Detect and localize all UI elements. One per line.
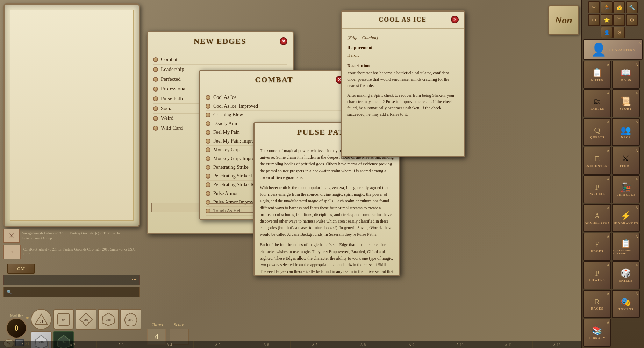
action-gear1[interactable]: ⚙ bbox=[588, 14, 600, 26]
sidebar-second-actions: ⚙ ⭐ 🛡 ⚙ bbox=[583, 14, 643, 26]
grid-a2: A-2 bbox=[49, 341, 97, 348]
edges-close-button[interactable]: ✕ bbox=[280, 37, 287, 45]
edge-bullet bbox=[153, 126, 158, 131]
character-sheet-inner bbox=[10, 10, 134, 221]
grid-a9: A-9 bbox=[387, 341, 436, 348]
edge-bullet bbox=[206, 156, 210, 161]
sidebar-item-tokens[interactable]: A 🎭 TOKENS bbox=[612, 290, 640, 318]
module-dots[interactable]: ••• bbox=[131, 277, 137, 283]
grid-a11: A-11 bbox=[484, 341, 533, 348]
dice-d4[interactable]: d4 bbox=[31, 309, 52, 330]
action-settings[interactable]: ⚙ bbox=[626, 14, 638, 26]
svg-text:d8: d8 bbox=[84, 318, 88, 322]
gm-button[interactable]: GM bbox=[7, 264, 35, 274]
edge-bullet bbox=[153, 77, 158, 82]
dice-d12[interactable]: d12 bbox=[120, 309, 141, 330]
grid-a1: A-1 bbox=[0, 341, 49, 348]
edge-bullet bbox=[206, 182, 210, 187]
dice-d10[interactable]: d10 bbox=[98, 309, 119, 330]
info-text-2: CoreRPG ruleset v3.2.1 for Fantasy Groun… bbox=[23, 247, 140, 257]
grid-a3: A-3 bbox=[97, 341, 145, 348]
edge-bullet bbox=[153, 106, 158, 111]
sidebar-item-library[interactable]: A 📚 LIBRARY bbox=[583, 319, 611, 347]
search-area bbox=[3, 287, 140, 297]
sidebar-item-parcels[interactable]: A P PARCELS bbox=[583, 175, 611, 203]
edge-bullet bbox=[153, 87, 158, 92]
sidebar-item-powers[interactable]: A P POWERS bbox=[583, 261, 611, 289]
corerpg-logo: FG bbox=[3, 245, 21, 259]
modifier-controls[interactable]: ⊕ bbox=[26, 316, 29, 320]
edge-item-combat[interactable]: Combat bbox=[153, 55, 287, 65]
grid-a5: A-5 bbox=[194, 341, 242, 348]
edge-bullet bbox=[206, 139, 210, 144]
cool-title-bar: Cool As Ice ✕ bbox=[342, 12, 464, 26]
action-tools[interactable]: 🔧 bbox=[626, 1, 638, 13]
svg-text:d10: d10 bbox=[106, 318, 111, 322]
sidebar-item-tables[interactable]: A 🗂 TABLES bbox=[583, 89, 611, 117]
combat-item-0[interactable]: Cool As Ice bbox=[206, 93, 343, 102]
edge-bullet bbox=[206, 174, 210, 179]
edges-title-bar: New Edges ✕ bbox=[148, 32, 293, 49]
sidebar-item-npcs[interactable]: A 👥 NPCS bbox=[612, 118, 640, 146]
svg-text:d6: d6 bbox=[62, 318, 65, 322]
sidebar-item-hindrances[interactable]: A ⚡ HINDRANCES bbox=[612, 204, 640, 232]
sidebar-item-edges[interactable]: A E EDGES bbox=[583, 233, 611, 261]
action-shield[interactable]: 🛡 bbox=[613, 14, 625, 26]
dice-d6[interactable]: d6 bbox=[53, 309, 74, 330]
action-person[interactable]: 👤 bbox=[601, 27, 613, 38]
sidebar-item-archetypes[interactable]: A A ARCHETYPES bbox=[583, 204, 611, 232]
sidebar-item-encounters[interactable]: A E ENCOUNTERS bbox=[583, 147, 611, 175]
info-panel: ⚔ Savage Worlds Deluxe v4.3.1 for Fantas… bbox=[3, 229, 140, 261]
cool-as-ice-window: Cool As Ice ✕ [Edge - Combat] Requiremen… bbox=[341, 10, 465, 157]
action-run[interactable]: 🏃 bbox=[601, 1, 613, 13]
sidebar-item-skills[interactable]: A 🎲 SKILLS bbox=[612, 261, 640, 289]
edge-bullet bbox=[206, 147, 210, 152]
combat-title-bar: Combat ✕ bbox=[200, 71, 349, 87]
dice-d8[interactable]: d8 bbox=[76, 309, 96, 330]
edge-bullet bbox=[206, 95, 210, 100]
grid-a8: A-8 bbox=[339, 341, 388, 348]
modifier-value[interactable]: 0 ⊕ bbox=[6, 318, 27, 339]
grid-a6: A-6 bbox=[242, 341, 291, 348]
edge-bullet bbox=[153, 67, 158, 72]
sidebar-item-advisor[interactable]: A 📋 ADVENTURE ADVISOR bbox=[612, 233, 640, 261]
action-gear2[interactable]: ⚙ bbox=[613, 27, 625, 38]
grid-a4: A-4 bbox=[145, 341, 194, 348]
search-input[interactable] bbox=[3, 287, 140, 297]
action-cut[interactable]: ✂ bbox=[588, 1, 600, 13]
right-sidebar: ✂ 🏃 👑 🔧 ⚙ ⭐ 🛡 ⚙ 👤 ⚙ 👤 CHARACTERS A A 📋 N… bbox=[581, 0, 644, 348]
edge-bullet bbox=[153, 57, 158, 62]
edge-bullet bbox=[206, 191, 210, 196]
sidebar-item-races[interactable]: A R RACES bbox=[583, 290, 611, 318]
cool-close-button[interactable]: ✕ bbox=[451, 16, 459, 23]
edge-bullet bbox=[206, 104, 210, 109]
combat-item-1[interactable]: Cool As Ice: Improved bbox=[206, 102, 343, 111]
grid-labels: A-1 A-2 A-3 A-4 A-5 A-6 A-7 A-8 A-9 A-10… bbox=[0, 341, 581, 348]
grid-a7: A-7 bbox=[291, 341, 339, 348]
action-star[interactable]: ⭐ bbox=[601, 14, 613, 26]
edge-bullet bbox=[153, 96, 158, 101]
info-text-1: Savage Worlds Deluxe v4.3.1 for Fantasy … bbox=[22, 231, 140, 241]
sidebar-top-actions: ✂ 🏃 👑 🔧 bbox=[583, 1, 643, 13]
combat-item-2[interactable]: Crushing Blow bbox=[206, 111, 343, 119]
edge-bullet bbox=[153, 116, 158, 121]
sidebar-item-quests[interactable]: A Q QUESTS bbox=[583, 118, 611, 146]
grid-a12: A-12 bbox=[533, 341, 581, 348]
edge-bullet bbox=[206, 113, 210, 117]
edge-bullet bbox=[206, 121, 210, 126]
pulse-content: The source of magical power, whatever it… bbox=[255, 144, 399, 276]
savage-logo: ⚔ bbox=[3, 229, 20, 243]
edge-bullet bbox=[206, 130, 210, 135]
svg-text:d12: d12 bbox=[128, 318, 133, 322]
grid-a10: A-10 bbox=[436, 341, 485, 348]
non-button[interactable]: Non bbox=[548, 5, 579, 35]
sidebar-item-notes[interactable]: A 📋 NOTES bbox=[583, 61, 611, 89]
sidebar-item-items[interactable]: A ⚔ ITEMS bbox=[612, 147, 640, 175]
action-crown[interactable]: 👑 bbox=[613, 1, 625, 13]
cool-content: [Edge - Combat] Requirements Heroic Desc… bbox=[342, 31, 464, 121]
sidebar-item-vehicles[interactable]: A 🚂 VEHICLES bbox=[612, 175, 640, 203]
sidebar-item-story[interactable]: A 📜 STORY bbox=[612, 89, 640, 117]
sidebar-item-mags[interactable]: A 📖 MAGS bbox=[612, 61, 640, 89]
sidebar-item-characters[interactable]: 👤 CHARACTERS A bbox=[583, 39, 643, 60]
svg-text:d4: d4 bbox=[40, 320, 43, 324]
